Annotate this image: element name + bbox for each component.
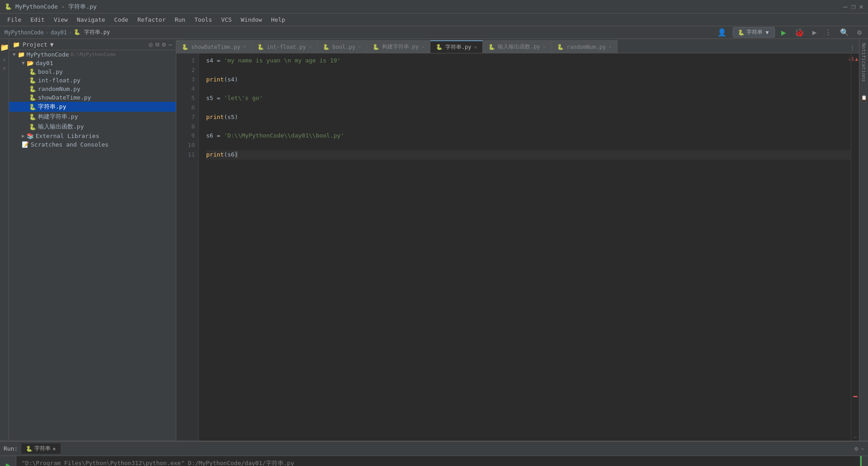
menu-edit[interactable]: Edit [27,15,48,24]
tab-icon-bool: 🐍 [323,44,330,50]
left-sidebar-icons: 📁 ★ ≡ [0,39,9,441]
menu-run[interactable]: Run [171,15,189,24]
app-logo: 🐍 [5,3,12,10]
project-icon[interactable]: 📁 [0,41,9,54]
warning-count: ⚠1 [848,56,854,62]
user-icon[interactable]: 👤 [716,27,728,38]
breadcrumb-project[interactable]: MyPythonCode [5,29,44,36]
close-button[interactable]: ✕ [859,2,863,11]
menu-file[interactable]: File [4,15,25,24]
tree-file-zifuchuan[interactable]: 🐍 字符串.py [9,102,176,112]
title-bar: 🐍 MyPythonCode - 字符串.py — ❐ ✕ [0,0,868,14]
code-line-9: s6 = 'D:\\MyPythonCode\\day01\\bool.py' [206,131,851,141]
tree-file-bool[interactable]: 🐍 bool.py [9,67,176,76]
tabs-bar: 🐍 showDateTime.py ✕ 🐍 int-float.py ✕ 🐍 b… [176,39,859,53]
more-run-options[interactable]: ⋮ [823,27,834,38]
favorites-icon[interactable]: ★ [1,55,7,64]
code-line-8 [206,122,851,132]
menu-vcs[interactable]: VCS [217,15,235,24]
tree-settings-icon[interactable]: ⚙ [162,41,165,48]
code-line-10 [206,141,851,150]
console-output: "D:\Program Files\Python\Python312\pytho… [16,456,860,466]
tab-gouzifuchuan[interactable]: 🐍 构建字符串.py ✕ [367,40,430,53]
menu-window[interactable]: Window [237,15,266,24]
tab-zifuchuan[interactable]: 🐍 字符串.py ✕ [430,40,483,53]
maximize-button[interactable]: ❐ [851,2,856,11]
run-tab-icon: 🐍 [26,446,33,452]
run-label-text: Run: [4,445,18,452]
code-line-2 [206,66,851,75]
tab-bool[interactable]: 🐍 bool.py ✕ [317,40,367,53]
code-line-5: s5 = 'let\'s go' [206,94,851,103]
tab-shuruout[interactable]: 🐍 输入输出函数.py ✕ [483,40,552,53]
tab-icon-gouzifuchuan: 🐍 [373,44,379,50]
output-progress-bar [860,456,862,466]
breadcrumb-bar: MyPythonCode › day01 › 🐍 字符串.py 👤 🐍 字符串 … [0,26,868,39]
run-config-button[interactable]: 🐍 字符串 ▼ [733,27,775,38]
project-dropdown-icon[interactable]: 📁 [13,41,20,48]
tab-icon-intfloat: 🐍 [257,44,264,50]
run-config-icon: 🐍 [738,29,745,36]
code-line-7: print(s5) [206,113,851,122]
panel-settings-icon[interactable]: ⚙ [854,445,858,452]
tabs-more-icon[interactable]: ⋮ [846,43,859,53]
tab-randomnum[interactable]: 🐍 randomNum.py ✕ [552,40,617,53]
error-marker [853,396,858,397]
search-button[interactable]: 🔍 [838,27,851,38]
structure-icon[interactable]: ≡ [1,65,7,72]
tab-icon-shuruout: 🐍 [488,44,495,50]
tab-intfloat[interactable]: 🐍 int-float.py ✕ [252,40,317,53]
run-active-tab[interactable]: 🐍 字符串 ✕ [21,443,60,454]
tree-folder-day01[interactable]: ▼ 📂 day01 [9,59,176,67]
code-line-11: print(s6) [206,150,851,160]
project-dropdown-arrow[interactable]: ▼ [50,41,54,48]
editor-right-gutter: ⚠1 ▲ ▼ — [851,53,859,441]
bottom-panel: Run: 🐍 字符串 ✕ ⚙ — ▶ ⏹ ↺ ⚙ 🖨 📌 🗑 "D:\Progr… [0,441,868,466]
console-run-button[interactable]: ▶ [4,459,12,466]
tree-close-icon[interactable]: — [169,41,172,48]
coverage-button[interactable]: ▶ [811,27,819,38]
editor-area: 🐍 showDateTime.py ✕ 🐍 int-float.py ✕ 🐍 b… [176,39,859,441]
menu-view[interactable]: View [50,15,71,24]
bottom-panel-content: ▶ ⏹ ↺ ⚙ 🖨 📌 🗑 "D:\Program Files\Python\P… [0,456,868,466]
project-name: MyPythonCode [27,51,69,58]
menu-tools[interactable]: Tools [191,15,216,24]
menu-refactor[interactable]: Refactor [134,15,170,24]
window-title: MyPythonCode - 字符串.py [15,3,97,11]
menu-help[interactable]: Help [268,15,289,24]
notifications-icon[interactable]: Notifications [861,41,867,84]
line-numbers: 1 2 3 4 5 6 7 8 9 10 11 [176,53,199,441]
menu-navigate[interactable]: Navigate [73,15,109,24]
breadcrumb: MyPythonCode › day01 › 🐍 字符串.py [5,29,110,36]
tree-collapse-icon[interactable]: ⊟ [156,41,159,48]
panel-minimize-icon[interactable]: — [861,445,864,452]
tree-file-shuruout[interactable]: 🐍 输入输出函数.py [9,122,176,132]
tree-file-gouzifuchuan[interactable]: 🐍 构建字符串.py [9,112,176,122]
tree-scratches[interactable]: 📝 Scratches and Consoles [9,140,176,149]
tab-icon-zifuchuan: 🐍 [436,44,443,50]
settings-button[interactable]: ⚙ [855,27,863,38]
menu-code[interactable]: Code [111,15,132,24]
breadcrumb-file[interactable]: 🐍 字符串.py [74,29,110,36]
tree-locate-icon[interactable]: ◎ [149,41,152,48]
tree-file-randomnum[interactable]: 🐍 randomNum.py [9,85,176,93]
project-label[interactable]: Project [23,41,47,48]
tree-external-libs[interactable]: ▶ 📚 External Libraries [9,132,176,140]
event-log-icon[interactable]: 📋 [861,93,866,102]
bottom-toolbar: ▶ ⏹ ↺ ⚙ 🖨 📌 🗑 [0,456,16,466]
tab-icon-randomnum: 🐍 [557,44,564,50]
tree-root[interactable]: ▼ 📁 MyPythonCode D:\MyPythonCode [9,50,176,59]
code-content[interactable]: s4 = 'my name is yuan \n my age is 19' p… [199,53,851,441]
code-line-6 [206,103,851,113]
tab-showdatetime[interactable]: 🐍 showDateTime.py ✕ [176,40,252,53]
right-panel-strip [860,456,868,466]
code-editor[interactable]: 1 2 3 4 5 6 7 8 9 10 11 s4 = 'my name is… [176,53,859,441]
run-button[interactable]: ▶ [779,27,788,38]
tree-file-intfloat[interactable]: 🐍 int-float.py [9,76,176,85]
debug-button[interactable]: 🐞 [793,27,806,38]
breadcrumb-dir[interactable]: day01 [51,29,67,36]
bottom-panel-header: Run: 🐍 字符串 ✕ ⚙ — [0,442,868,456]
minimize-button[interactable]: — [843,2,848,11]
tree-file-showdatetime[interactable]: 🐍 showDateTime.py [9,93,176,102]
run-tab-close[interactable]: ✕ [52,446,56,452]
